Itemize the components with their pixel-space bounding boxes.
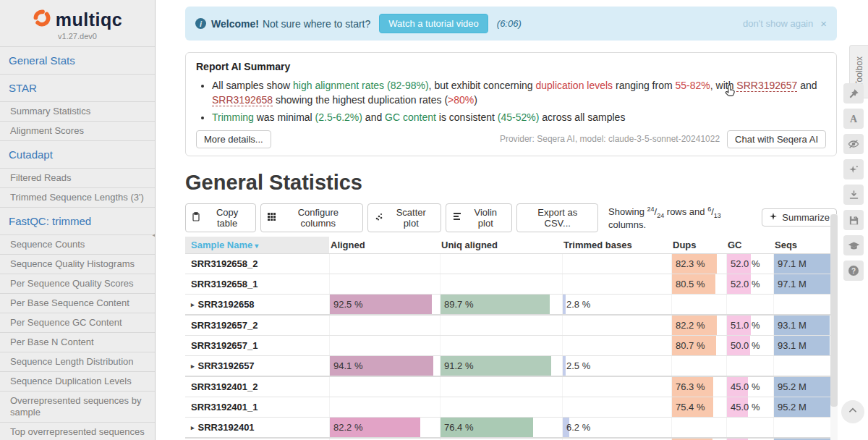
uniq-cell: [440, 377, 562, 397]
text-segment: was minimal: [254, 111, 315, 123]
logo[interactable]: multiqc: [0, 0, 155, 30]
expand-caret-icon[interactable]: ▸: [191, 424, 195, 431]
violin-plot-button[interactable]: Violin plot: [446, 203, 512, 232]
highlight-text-icon[interactable]: A: [843, 109, 864, 129]
value-label: 91.2 %: [441, 360, 473, 371]
sidebar-item[interactable]: Per Base Sequence Content: [0, 293, 155, 313]
seqs-cell: [773, 418, 832, 437]
column-header[interactable]: Aligned: [329, 237, 440, 253]
column-header[interactable]: Dups: [671, 237, 726, 253]
ai-sparkle-icon[interactable]: [843, 159, 864, 179]
expand-caret-icon[interactable]: ▸: [191, 301, 195, 308]
aligned-cell: 92.5 %: [329, 295, 440, 314]
sample-link[interactable]: SRR3192657: [736, 80, 797, 92]
value-label: 52.0 %: [727, 258, 760, 269]
table-row[interactable]: SRR3192657_180.7 %50.0 %93.1 M: [185, 336, 832, 356]
watch-tutorial-button[interactable]: Watch a tutorial video: [379, 14, 488, 33]
dont-show-again-link[interactable]: don't show again: [743, 18, 813, 29]
sidebar-item[interactable]: Alignment Scores: [0, 121, 155, 140]
sample-name-cell[interactable]: ▸SRR3192658: [185, 295, 329, 314]
text-segment: (2.5-6.2%): [315, 111, 362, 123]
scroll-to-top-button[interactable]: [841, 400, 864, 423]
main-content: i Welcome! Not sure where to start? Watc…: [156, 0, 839, 440]
version-label: v1.27.dev0: [0, 32, 155, 46]
sidebar-item[interactable]: Summary Statistics: [0, 101, 155, 121]
scrollbar-thumb[interactable]: [830, 214, 838, 407]
sidebar-item[interactable]: Trimmed Sequence Lengths (3'): [0, 187, 155, 207]
sidebar-item[interactable]: STAR: [0, 74, 155, 101]
sidebar-item[interactable]: Sequence Quality Histograms: [0, 254, 155, 274]
text-segment: showing the highest duplication rates (: [273, 94, 448, 106]
table-row[interactable]: SRR3192658_180.5 %52.0 %97.1 M: [185, 274, 832, 295]
table-row[interactable]: SRR3192658_282.3 %52.0 %97.1 M: [185, 254, 832, 274]
summarize-button[interactable]: Summarize: [762, 208, 837, 227]
table-row[interactable]: ▸SRR319265794.1 %91.2 %2.5 %: [185, 356, 832, 377]
page-title: General Statistics: [185, 171, 837, 195]
value-label: 80.7 %: [672, 340, 705, 351]
download-icon[interactable]: [843, 185, 864, 205]
copy-table-button[interactable]: Copy table: [185, 203, 256, 232]
column-header[interactable]: GC: [726, 237, 773, 253]
hide-samples-icon[interactable]: [843, 134, 864, 154]
sample-name-cell[interactable]: SRR3192401_2: [185, 377, 329, 397]
logo-text: multiqc: [56, 9, 122, 30]
sidebar-item[interactable]: Sequence Duplication Levels: [0, 371, 155, 391]
sidebar-item[interactable]: General Stats: [0, 46, 155, 74]
multiqc-report: multiqc v1.27.dev0 General StatsSTARSumm…: [0, 0, 868, 440]
value-label: 95.2 M: [774, 402, 807, 412]
column-header[interactable]: Seqs: [773, 237, 832, 253]
clipboard-icon: [192, 212, 201, 224]
text-segment: is consistent: [436, 111, 498, 123]
table-row[interactable]: SRR3192401_175.4 %45.0 %95.2 M: [185, 397, 832, 418]
sample-link[interactable]: SRR3192658: [212, 94, 273, 106]
sidebar-item[interactable]: Per Base N Content: [0, 332, 155, 352]
sample-name-cell[interactable]: SRR3192658_2: [185, 254, 329, 274]
dups-cell: 75.4 %: [671, 397, 726, 417]
sidebar-item[interactable]: Per Sequence GC Content: [0, 313, 155, 332]
more-details-button[interactable]: More details...: [196, 130, 271, 148]
sidebar-item[interactable]: Cutadapt: [0, 140, 155, 168]
ai-summary-bullet: All samples show high alignment rates (8…: [212, 78, 826, 108]
value-label: 82.2 %: [672, 320, 705, 331]
chat-seqera-button[interactable]: Chat with Seqera AI: [727, 130, 826, 148]
table-row[interactable]: SRR3192401_276.3 %45.0 %95.2 M: [185, 377, 832, 397]
expand-caret-icon[interactable]: ▸: [191, 363, 195, 370]
svg-text:?: ?: [851, 267, 856, 275]
sample-name-cell[interactable]: ▸SRR3192657: [185, 356, 329, 376]
tour-icon[interactable]: [843, 235, 864, 255]
close-icon[interactable]: ×: [820, 17, 827, 30]
table-row[interactable]: ▸SRR319240182.2 %76.4 %6.2 %: [185, 418, 832, 439]
sidebar-item[interactable]: Sequence Counts: [0, 234, 155, 254]
sidebar-item[interactable]: Overrepresented sequences by sample: [0, 391, 155, 422]
text-segment: 55-82%: [675, 80, 710, 91]
dups-cell: 82.2 %: [671, 316, 726, 335]
sample-name-cell[interactable]: SRR3192401_1: [185, 397, 329, 417]
table-row[interactable]: SRR3192657_282.2 %51.0 %93.1 M: [185, 316, 832, 336]
sidebar-item[interactable]: Filtered Reads: [0, 168, 155, 187]
sidebar-item[interactable]: Sequence Length Distribution: [0, 352, 155, 371]
sample-name-cell[interactable]: SRR3192658_1: [185, 274, 329, 294]
column-header[interactable]: Trimmed bases: [562, 237, 671, 253]
pin-icon[interactable]: [843, 83, 864, 103]
column-header[interactable]: Uniq aligned: [440, 237, 562, 253]
table-toolbar: Copy table Configure columns: [185, 203, 837, 232]
table-row[interactable]: ▸SRR319265892.5 %89.7 %2.8 %: [185, 295, 832, 316]
scatter-plot-button[interactable]: Scatter plot: [367, 203, 441, 232]
value-label: 52.0 %: [727, 279, 760, 289]
export-csv-button[interactable]: Export as CSV...: [516, 203, 598, 232]
sidebar-item[interactable]: Top overrepresented sequences: [0, 422, 155, 440]
help-icon[interactable]: ?: [843, 261, 864, 281]
sample-name-cell[interactable]: ▸SRR3192401: [185, 418, 329, 437]
dups-cell: [671, 356, 726, 376]
gc-cell: 52.0 %: [726, 274, 773, 294]
save-icon[interactable]: [843, 210, 864, 230]
sample-name-cell[interactable]: SRR3192657_2: [185, 316, 329, 335]
sidebar-item[interactable]: FastQC: trimmed: [0, 207, 155, 234]
value-label: 51.0 %: [727, 320, 760, 331]
column-header[interactable]: Sample Name▾: [185, 237, 329, 253]
sidebar-item[interactable]: Per Sequence Quality Scores: [0, 274, 155, 293]
sample-name-cell[interactable]: SRR3192657_1: [185, 336, 329, 355]
sparkle-icon: [769, 212, 778, 223]
configure-columns-button[interactable]: Configure columns: [260, 203, 363, 232]
page-scrollbar[interactable]: [830, 214, 838, 440]
